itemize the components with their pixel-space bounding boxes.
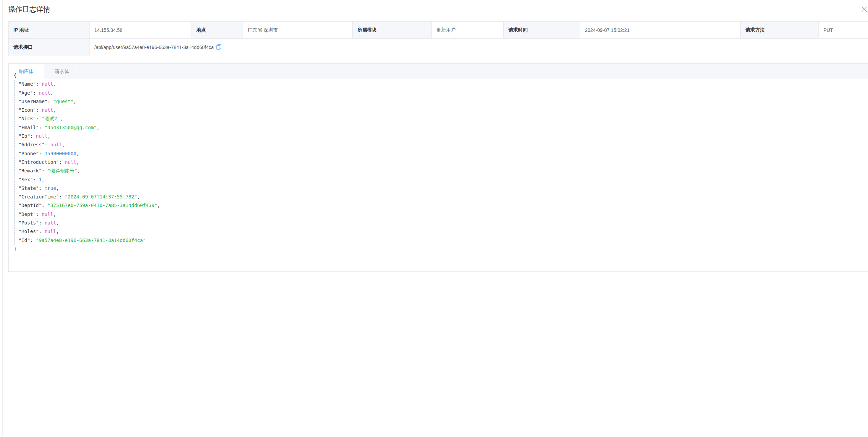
module-value: 更新用户: [432, 22, 504, 39]
json-line: "Nick": "测试2",: [14, 114, 160, 123]
request-method-label: 请求方法: [741, 22, 819, 39]
json-line: "State": true,: [14, 184, 160, 193]
module-label: 所属模块: [353, 22, 432, 39]
json-line: }: [14, 245, 160, 253]
json-line: "Address": null,: [14, 141, 160, 149]
body-tabs-panel: 响应体 请求体 {"Name": null,"Age": null,"UserN…: [8, 63, 868, 272]
json-line: "Name": null,: [14, 80, 160, 88]
request-api-path: /api/app/user/9a57a4e8-e196-663a-7841-3a…: [94, 45, 214, 50]
close-button[interactable]: [861, 6, 867, 12]
json-line: "Phone": 15900000000,: [14, 149, 160, 158]
location-value: 广东省 深圳市: [243, 22, 353, 39]
ip-label: IP 地址: [9, 22, 90, 39]
dialog-title: 操作日志详情: [8, 5, 50, 14]
request-time-value: 2024-09-07 15:02:21: [580, 22, 741, 39]
json-viewer: {"Name": null,"Age": null,"UserName": "g…: [14, 71, 160, 253]
json-line: "CreationTime": "2024-09-07T14:37:55.782…: [14, 193, 160, 201]
json-line: "Remark": "懒得创账号",: [14, 167, 160, 175]
json-line: "Dept": null,: [14, 210, 160, 219]
close-icon: [861, 6, 867, 12]
location-label: 地点: [191, 22, 243, 39]
detail-row-1: IP 地址 14.155.34.58 地点 广东省 深圳市 所属模块 更新用户 …: [9, 22, 868, 39]
json-line: "Roles": null,: [14, 227, 160, 236]
json-line: "Email": "454313500@qq.com",: [14, 123, 160, 132]
log-detail-table: IP 地址 14.155.34.58 地点 广东省 深圳市 所属模块 更新用户 …: [8, 21, 868, 56]
json-line: "Age": null,: [14, 89, 160, 97]
json-line: "Ip": null,: [14, 132, 160, 141]
json-line: "DeptId": "375167e0-759a-0410-7a85-3a14d…: [14, 201, 160, 210]
ip-value: 14.155.34.58: [90, 22, 191, 39]
json-line: "Id": "9a57a4e8-e196-663a-7841-3a14dd60f…: [14, 236, 160, 245]
json-line: {: [14, 71, 160, 80]
json-line: "Icon": null,: [14, 106, 160, 114]
copy-icon: [216, 44, 221, 51]
request-method-value: PUT: [819, 22, 868, 39]
detail-row-2: 请求接口 /api/app/user/9a57a4e8-e196-663a-78…: [9, 39, 868, 56]
request-time-label: 请求时间: [504, 22, 580, 39]
json-line: "Sex": 1,: [14, 175, 160, 184]
copy-button[interactable]: [216, 44, 221, 51]
json-line: "Posts": null,: [14, 219, 160, 227]
json-line: "Introduction": null,: [14, 158, 160, 167]
request-api-label: 请求接口: [9, 39, 90, 56]
request-api-value: /api/app/user/9a57a4e8-e196-663a-7841-3a…: [90, 39, 868, 56]
json-line: "UserName": "guest",: [14, 97, 160, 106]
dialog-left-edge: [2, 0, 3, 437]
